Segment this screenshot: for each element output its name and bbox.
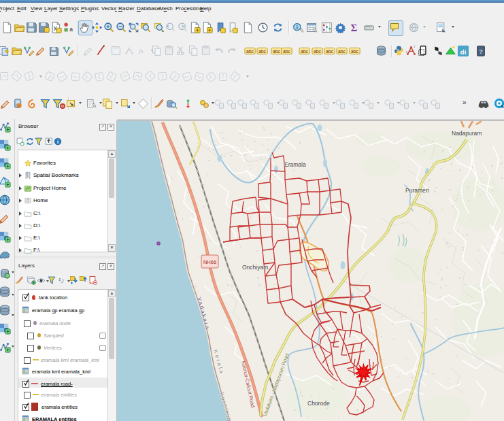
svg-text:NH66: NH66 (203, 259, 216, 265)
